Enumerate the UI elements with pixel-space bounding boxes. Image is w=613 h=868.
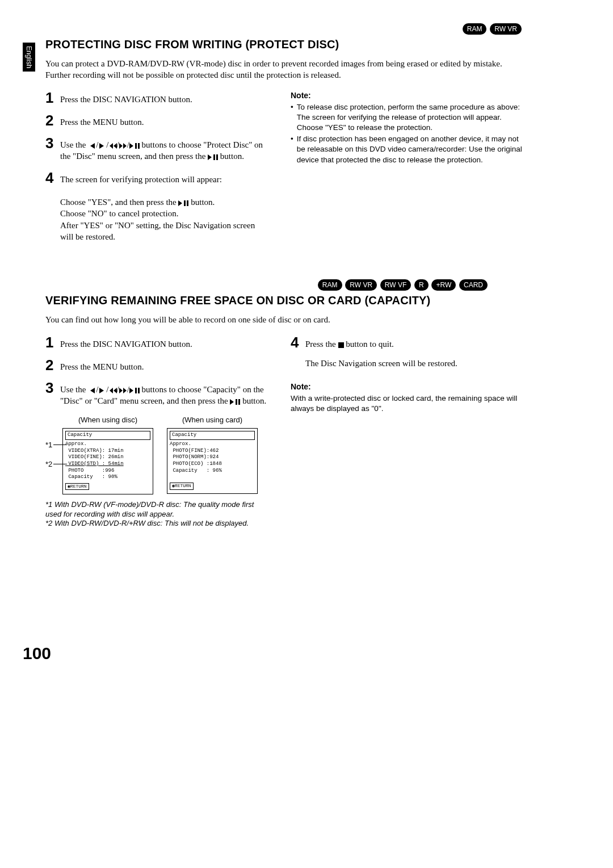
forward-icon [119, 388, 127, 393]
step-number: 3 [45, 136, 57, 162]
section1-intro: You can protect a DVD-RAM/DVD-RW (VR-mod… [45, 58, 522, 81]
text: Use the [60, 140, 88, 149]
next-track-icon [98, 388, 106, 393]
panel-row: PHOTO(ECO) :1848 [170, 461, 255, 468]
badge-card: CARD [459, 279, 488, 291]
step-text: Use the //// buttons to choose "Protect … [60, 136, 268, 162]
annotation-2: *2 [45, 459, 52, 469]
panel-row: Approx. [65, 441, 150, 448]
step-number: 4 [45, 170, 57, 243]
language-tab: English [23, 43, 35, 72]
footnote-1: *1 With DVD-RW (VF-mode)/DVD-R disc: The… [45, 500, 268, 519]
section2-title: VERIFYING REMAINING FREE SPACE ON DISC O… [45, 293, 522, 308]
step-number: 1 [45, 90, 57, 105]
panel-row: PHOTO :996 [65, 468, 150, 475]
panel-row: Capacity : 90% [65, 474, 150, 481]
next-track-icon [98, 143, 106, 149]
figure-card: (When using card) Capacity Approx. PHOTO… [167, 415, 258, 494]
step-text: Press the MENU button. [60, 113, 144, 128]
panel-title: Capacity [170, 431, 255, 440]
play-pause-icon [129, 388, 140, 393]
step-text: Press the button to quit. The Disc Navig… [305, 335, 457, 370]
s1-step2: 2 Press the MENU button. [45, 113, 268, 128]
capacity-panel-card: Capacity Approx. PHOTO(FINE):462 PHOTO(N… [167, 428, 258, 494]
text: button. [240, 396, 266, 405]
figure-label: (When using disc) [62, 415, 153, 425]
note-heading: Note: [291, 381, 522, 392]
panel-row: VIDEO(STD) : 54min [65, 461, 150, 468]
play-pause-icon [208, 154, 218, 160]
step-number: 3 [45, 380, 57, 407]
page-number: 100 [23, 642, 522, 665]
badge-ram: RAM [318, 279, 342, 291]
panel-row: VIDEO(FINE): 26min [65, 454, 150, 461]
play-pause-icon [129, 143, 140, 149]
step-text: Press the MENU button. [60, 358, 144, 372]
step-text: The screen for verifying protection will… [60, 170, 268, 243]
text: Choose "NO" to cancel protection. [60, 208, 268, 219]
badge-rwvr: RW VR [345, 279, 377, 291]
note-list: •To release disc protection, perform the… [291, 102, 522, 165]
panel-row: PHOTO(FINE):462 [170, 448, 255, 455]
prev-track-icon [88, 143, 96, 149]
s2-step1: 1 Press the DISC NAVIGATION button. [45, 335, 268, 350]
text: The Disc Navigation screen will be resto… [305, 358, 457, 369]
note-item: If disc protection has been engaged on a… [297, 134, 522, 165]
figure-label: (When using card) [167, 415, 258, 425]
step-number: 4 [291, 335, 302, 370]
step-number: 2 [45, 358, 57, 372]
text: button. [218, 152, 244, 161]
step-text: Use the //// buttons to choose "Capacity… [60, 380, 268, 407]
step-number: 2 [45, 113, 57, 128]
badge-r: R [414, 279, 429, 291]
badge-ram: RAM [463, 23, 487, 35]
play-pause-icon [178, 200, 188, 206]
step-text: Press the DISC NAVIGATION button. [60, 335, 192, 350]
step-number: 1 [45, 335, 57, 350]
s1-step1: 1 Press the DISC NAVIGATION button. [45, 90, 268, 105]
section1-badges: RAM RW VR [45, 23, 522, 35]
text: Choose "YES", and then press the [60, 198, 178, 207]
text: The screen for verifying protection will… [60, 174, 268, 185]
prev-track-icon [88, 388, 96, 393]
badge-rwvf: RW VF [380, 279, 411, 291]
return-button: ◉RETURN [170, 483, 194, 489]
capacity-panel-disc: Capacity Approx. VIDEO(XTRA): 17min VIDE… [62, 428, 153, 494]
rewind-icon [109, 388, 117, 393]
panel-title: Capacity [65, 431, 150, 440]
note-text: With a write-protected disc or locked ca… [291, 393, 522, 414]
figure-disc: *1 *2 (When using disc) Capacity Approx.… [45, 415, 153, 494]
text: button. [188, 198, 215, 207]
badge-rwvr: RW VR [490, 23, 522, 35]
s1-step4: 4 The screen for verifying protection wi… [45, 170, 268, 243]
section2-intro: You can find out how long you will be ab… [45, 314, 522, 325]
bullet-icon: • [291, 102, 293, 133]
s2-step4: 4 Press the button to quit. The Disc Nav… [291, 335, 522, 370]
stop-icon [338, 342, 344, 348]
footnotes: *1 With DVD-RW (VF-mode)/DVD-R disc: The… [45, 500, 268, 529]
text: Press the [305, 339, 338, 349]
text: Use the [60, 385, 88, 394]
s2-step2: 2 Press the MENU button. [45, 358, 268, 372]
note-item: To release disc protection, perform the … [297, 102, 522, 133]
bullet-icon: • [291, 134, 293, 165]
play-pause-icon [230, 399, 240, 405]
panel-row: PHOTO(NORM):924 [170, 454, 255, 461]
s1-step3: 3 Use the //// buttons to choose "Protec… [45, 136, 268, 162]
text: button to quit. [344, 339, 394, 349]
section2-badges: RAM RW VR RW VF R +RW CARD [45, 279, 522, 291]
annotation-1: *1 [45, 440, 52, 450]
note-heading: Note: [291, 90, 522, 101]
rewind-icon [109, 143, 117, 149]
svg-rect-0 [338, 342, 344, 348]
panel-row: Capacity : 96% [170, 468, 255, 475]
badge-plusrw: +RW [431, 279, 456, 291]
footnote-2: *2 With DVD-RW/DVD-R/+RW disc: This will… [45, 519, 268, 529]
step-text: Press the DISC NAVIGATION button. [60, 90, 192, 105]
return-button: ◉RETURN [65, 483, 89, 490]
panel-row: VIDEO(XTRA): 17min [65, 448, 150, 455]
section1-title: PROTECTING DISC FROM WRITING (PROTECT DI… [45, 37, 522, 52]
panel-row: Approx. [170, 441, 255, 448]
forward-icon [119, 143, 127, 149]
s2-step3: 3 Use the //// buttons to choose "Capaci… [45, 380, 268, 407]
